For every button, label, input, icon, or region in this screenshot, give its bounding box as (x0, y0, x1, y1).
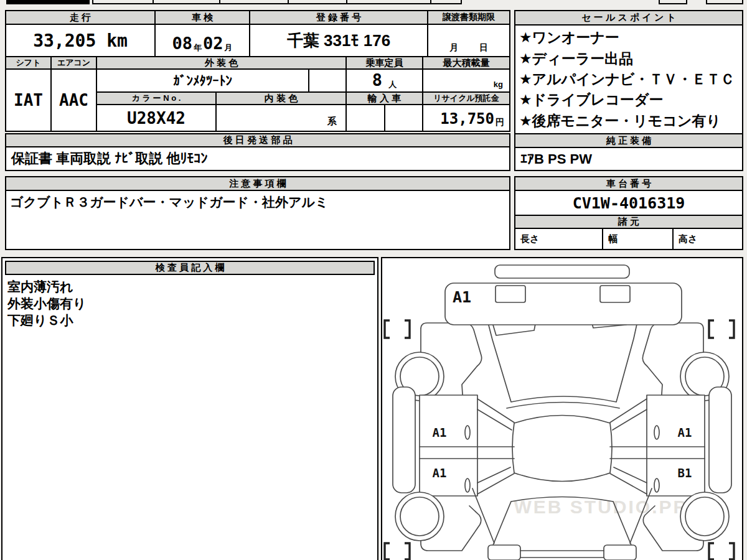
inspection-year: 08 (172, 35, 192, 52)
registration-header: 登 録 番 号 (249, 10, 428, 25)
aircon-header: エアコン (50, 56, 97, 70)
rear-wheel-right-inner (685, 497, 724, 536)
mark-left-front-door: A1 (433, 426, 447, 439)
bumper-plate-right (600, 286, 630, 302)
spec-length-cell: 長さ (514, 228, 603, 250)
exterior-color-extra-cell (308, 68, 347, 93)
shift-value: IAT (5, 68, 52, 132)
car-diagram: WEB STUDIO.PRO (382, 258, 742, 560)
chassis-number-header: 車 台 番 号 (514, 176, 743, 191)
inspector-note: 外装小傷有り (7, 295, 87, 312)
sales-point-item: ★アルパインナビ・ＴＶ・ＥＴＣ (519, 70, 738, 89)
sales-point-item: ★後席モニター・リモコン有り (519, 111, 738, 131)
sales-point-item: ★ドライブレコーダー (519, 90, 738, 110)
inspector-box: 検 査 員 記 入 欄 室内薄汚れ 外装小傷有り 下廻りＳ小 (1, 257, 378, 560)
top-edge-tick (430, 0, 431, 4)
rear-wheel-left-inner (400, 497, 439, 536)
cautions-box: ゴクブトＲ３ガードバー・マッドガード・社外アルミ (5, 190, 510, 250)
mileage-value: 33,205 km (5, 24, 156, 57)
recycle-unit: 円 (496, 118, 504, 126)
transfer-docs-value: 月 日 (427, 24, 510, 57)
transfer-month-unit: 月 (449, 43, 458, 52)
mark-left-rear-door: A1 (433, 466, 447, 480)
redacted-bar (6, 0, 90, 4)
inspector-note: 下廻りＳ小 (7, 312, 87, 329)
inspection-year-unit: 年 (194, 44, 202, 52)
factory-equipment-header: 純 正 装 備 (514, 133, 743, 148)
top-edge-tick (346, 0, 347, 4)
mark-front-bumper: A1 (453, 288, 471, 306)
top-edge-tick (153, 0, 154, 4)
top-edge-line (706, 3, 743, 4)
factory-equipment-value: ｴｱB PS PW (514, 147, 743, 171)
sales-point-item: ★ワンオーナー (519, 28, 738, 47)
top-edge-line (659, 3, 687, 4)
top-edge-tick (659, 0, 660, 4)
sill-right (709, 387, 731, 493)
watermark-text: WEB STUDIO.PRO (514, 497, 705, 517)
shipping-parts-header: 後 日 発 送 部 品 (5, 133, 510, 147)
inspection-month-unit: 月 (225, 44, 233, 52)
color-no-value: U28X42 (96, 104, 217, 132)
capacity-header: 乗車定員 (345, 56, 423, 70)
exterior-color-value: ｶﾞﾝﾒﾀﾂｰﾄﾝ (96, 68, 309, 93)
inspector-header: 検 査 員 記 入 欄 (5, 261, 375, 275)
transfer-docs-header: 譲渡書類期限 (427, 10, 510, 25)
inspection-value: 08 年 02 月 (154, 24, 250, 57)
top-edge-tick (742, 0, 743, 4)
sill-left (393, 387, 415, 493)
top-edge-tick (686, 0, 687, 4)
top-edge-tick (706, 0, 707, 4)
color-no-header: カ ラ ー N o . (96, 91, 217, 105)
roof-outline (512, 416, 612, 482)
import-value-cell (384, 104, 423, 132)
top-edge-tick (461, 0, 462, 4)
spec-width-cell: 幅 (602, 228, 674, 250)
interior-color-value: 系 (215, 104, 347, 132)
chassis-number-value: CV1W-4016319 (514, 190, 743, 216)
specs-header: 諸 元 (514, 215, 743, 229)
max-load-value: kg (422, 68, 510, 93)
hood-outline (486, 313, 639, 408)
import-header: 輸 入 車 (345, 91, 423, 105)
corner-bracket (709, 320, 734, 338)
mark-right-rear-door: B1 (678, 466, 692, 480)
recycle-amount: 13,750 (440, 111, 494, 126)
capacity-value: 8 人 (345, 68, 423, 93)
recycle-deposit-value: 13,750 円 (422, 104, 510, 132)
registration-value: 千葉 331ﾓ 176 (249, 24, 428, 57)
corner-bracket (385, 543, 410, 559)
shift-header: シフト (5, 56, 52, 70)
sales-point-item: ★ディーラー出品 (519, 49, 738, 68)
corner-bracket (385, 320, 410, 338)
mileage-header: 走 行 (5, 10, 156, 25)
corner-bracket (709, 543, 734, 559)
top-edge-tick (92, 0, 93, 4)
interior-color-header: 内 装 色 (215, 91, 347, 105)
transfer-day-unit: 日 (479, 43, 488, 52)
auction-sheet: 走 行 車 検 登 録 番 号 譲渡書類期限 33,205 km 08 年 02… (0, 0, 747, 560)
sales-points-list: ★ワンオーナー ★ディーラー出品 ★アルパインナビ・ＴＶ・ＥＴＣ ★ドライブレコ… (514, 24, 743, 134)
cautions-header: 注 意 事 項 欄 (5, 176, 510, 191)
spec-height-cell: 高さ (672, 228, 743, 250)
front-bumper (445, 283, 682, 325)
inspection-header: 車 検 (154, 10, 250, 25)
cautions-text: ゴクブトＲ３ガードバー・マッドガード・社外アルミ (6, 191, 509, 210)
top-strip (495, 265, 629, 278)
door-handle (465, 478, 470, 492)
tail-light-left (488, 545, 520, 560)
top-edge-tick (219, 0, 220, 4)
capacity-number: 8 (372, 72, 382, 88)
mark-right-front-door: A1 (678, 426, 692, 439)
top-edge-line (92, 3, 462, 4)
tail-light-right (604, 545, 636, 560)
bumper-plate-left (496, 286, 525, 302)
top-edge-tick (288, 0, 289, 4)
inspector-note: 室内薄汚れ (7, 278, 87, 295)
tail-center-band (520, 551, 604, 558)
door-handle (654, 478, 659, 492)
inspection-month: 02 (203, 35, 223, 52)
exterior-color-header: 外 装 色 (96, 56, 347, 70)
door-handle (465, 426, 470, 439)
sales-points-header: セ ー ル ス ポ イ ン ト (514, 10, 743, 26)
